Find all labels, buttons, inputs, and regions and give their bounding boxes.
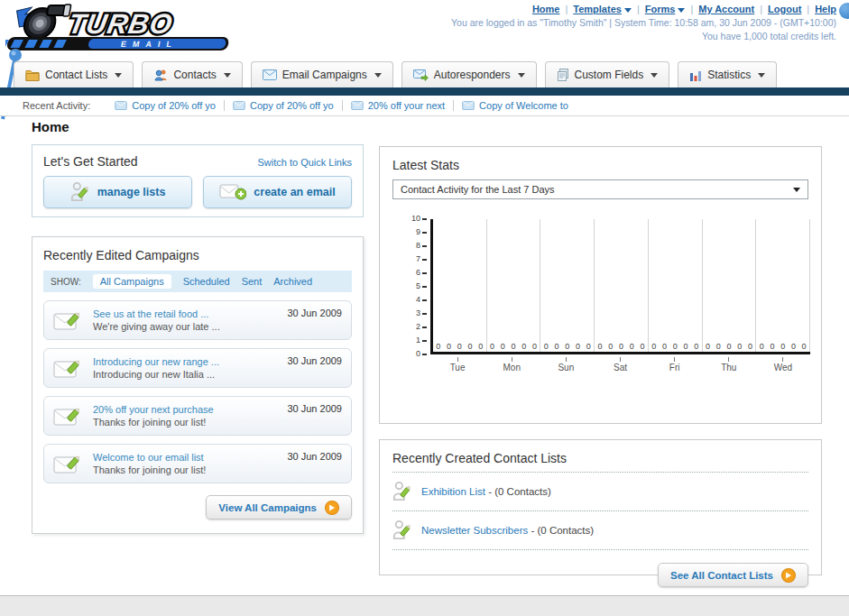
y-axis-tick-label: 4 (416, 295, 427, 304)
bar-value-label: 0 (694, 342, 698, 351)
latest-stats-title: Latest Stats (392, 158, 808, 172)
campaign-subtitle: We're giving away our late ... (93, 320, 278, 333)
bar-value-label: 0 (726, 342, 731, 351)
bar-value-label: 0 (576, 342, 580, 351)
app-logo[interactable]: TURBO EMAIL (5, 4, 249, 56)
tab-contact-lists[interactable]: Contact Lists (14, 61, 134, 87)
y-axis-tick-label: 2 (416, 322, 427, 331)
chevron-down-icon (624, 8, 632, 13)
bar-value-label: 0 (760, 342, 764, 351)
y-axis-tick-label: 6 (416, 268, 427, 277)
envelope-icon (351, 101, 364, 110)
top-link-templates[interactable]: Templates (573, 4, 622, 14)
help-bubble-icon[interactable] (839, 3, 849, 19)
campaign-row[interactable]: 20% off your next purchaseThanks for joi… (43, 396, 352, 436)
statistics-icon (689, 69, 702, 81)
y-axis-tick-label: 5 (416, 281, 427, 290)
campaign-subtitle: Thanks for joining our list! (93, 416, 278, 428)
contact-list-item[interactable]: Exhibition List - (0 Contacts) (392, 479, 808, 504)
campaign-date: 30 Jun 2009 (287, 355, 342, 366)
bar-value-label: 0 (436, 342, 440, 351)
bar-value-label: 0 (457, 342, 462, 351)
tab-contacts[interactable]: Contacts (142, 61, 242, 87)
stats-period-select[interactable]: Contact Activity for the Last 7 Days (392, 179, 808, 199)
bar-value-label: 0 (512, 342, 516, 351)
recent-activity-item[interactable]: Copy of 20% off yo (106, 100, 225, 111)
view-all-campaigns-button[interactable]: View All Campaigns (206, 495, 352, 519)
contact-list-item[interactable]: Newsletter Subscribers - (0 Contacts) (392, 518, 808, 543)
envelope-icon (233, 101, 245, 110)
bar-value-label: 0 (630, 342, 634, 351)
chart-group: 00000 (433, 219, 487, 352)
main-tab-bar: Contact Lists Contacts Email Campaigns A… (14, 61, 777, 87)
x-axis-tick-label: Sat (593, 357, 647, 372)
login-status-text: You are logged in as "Timothy Smith" | S… (451, 17, 836, 28)
y-axis-tick-label: 1 (416, 336, 427, 345)
top-link-logout[interactable]: Logout (768, 4, 801, 14)
recent-activity-bar: Recent Activity: Copy of 20% off yo Copy… (0, 96, 849, 116)
recent-activity-item[interactable]: 20% off your next (343, 100, 454, 111)
campaign-row[interactable]: See us at the retail food ...We're givin… (43, 300, 352, 340)
contact-count: - (0 Contacts) (488, 486, 551, 497)
top-link-help[interactable]: Help (815, 4, 836, 14)
recently-created-contact-lists-panel: Recently Created Contact Lists Exhibitio… (379, 439, 822, 575)
recent-activity-item[interactable]: Copy of Welcome to (454, 100, 577, 111)
bar-value-label: 0 (640, 342, 644, 351)
turbo-email-logo-graphic: TURBO EMAIL (5, 4, 249, 56)
tab-autoresponders[interactable]: Autoresponders (401, 61, 537, 87)
contact-list-link[interactable]: Newsletter Subscribers (421, 525, 528, 536)
contact-list-link[interactable]: Exhibition List (421, 486, 485, 497)
bar-value-label: 0 (748, 342, 752, 351)
switch-to-quick-links[interactable]: Switch to Quick Links (257, 157, 352, 168)
filter-sent[interactable]: Sent (242, 276, 263, 287)
person-pencil-icon (70, 181, 90, 203)
tab-custom-fields[interactable]: Custom Fields (545, 61, 670, 87)
people-icon (153, 69, 168, 81)
top-link-my-account[interactable]: My Account (698, 4, 754, 14)
campaign-link[interactable]: 20% off your next purchase (93, 403, 278, 416)
filter-scheduled[interactable]: Scheduled (183, 276, 230, 287)
x-axis-tick-label: Fri (648, 357, 702, 372)
chevron-down-icon (651, 73, 658, 78)
campaign-row[interactable]: Introducing our new range ...Introducing… (43, 348, 352, 388)
chevron-down-icon (518, 73, 525, 78)
see-all-contact-lists-button[interactable]: See All Contact Lists (658, 563, 808, 587)
recent-activity-item[interactable]: Copy of 20% off yo (225, 100, 343, 111)
x-axis-tick-label: Sun (539, 357, 593, 372)
latest-stats-panel: Latest Stats Contact Activity for the La… (379, 146, 822, 424)
chart-group: 00000 (756, 219, 810, 352)
contact-count: - (0 Contacts) (531, 525, 594, 536)
manage-lists-button[interactable]: manage lists (43, 176, 192, 208)
bar-value-label: 0 (791, 342, 796, 351)
create-an-email-button[interactable]: create an email (203, 176, 352, 208)
bar-value-label: 0 (662, 342, 667, 351)
envelope-pencil-icon (53, 357, 84, 380)
chart-plot: 00000000000000000000000000000000000 (430, 219, 810, 354)
envelope-pencil-icon (53, 405, 84, 428)
top-link-home[interactable]: Home (532, 4, 560, 14)
campaign-link[interactable]: Welcome to our email list (93, 451, 278, 464)
campaign-link[interactable]: Introducing our new range ... (93, 355, 278, 368)
bar-value-label: 0 (706, 342, 710, 351)
bar-value-label: 0 (737, 342, 742, 351)
filter-archived[interactable]: Archived (273, 276, 312, 287)
page: TURBO EMAIL Home|Templates|Forms|My Acco… (0, 0, 849, 616)
y-axis-tick-label: 8 (416, 241, 427, 250)
get-started-title: Let's Get Started (43, 154, 138, 169)
campaign-row[interactable]: Welcome to our email listThanks for join… (43, 444, 352, 483)
header-right: Home|Templates|Forms|My Account|Logout|H… (451, 4, 836, 41)
bar-value-label: 0 (651, 342, 656, 351)
campaign-subtitle: Introducing our new Italia ... (93, 368, 278, 381)
tab-email-campaigns[interactable]: Email Campaigns (251, 61, 393, 87)
tab-statistics[interactable]: Statistics (678, 61, 777, 87)
bar-value-label: 0 (673, 342, 678, 351)
campaign-link[interactable]: See us at the retail food ... (93, 308, 278, 320)
x-axis-tick-label: Thu (702, 357, 756, 372)
campaign-date: 30 Jun 2009 (287, 403, 342, 414)
folder-icon (25, 69, 40, 81)
envelope-plus-icon (219, 183, 246, 201)
filter-all-campaigns[interactable]: All Campaigns (93, 274, 171, 289)
top-link-forms[interactable]: Forms (645, 4, 676, 14)
campaigns-title: Recently Edited Campaigns (43, 248, 352, 262)
recent-activity-label: Recent Activity: (23, 100, 90, 111)
